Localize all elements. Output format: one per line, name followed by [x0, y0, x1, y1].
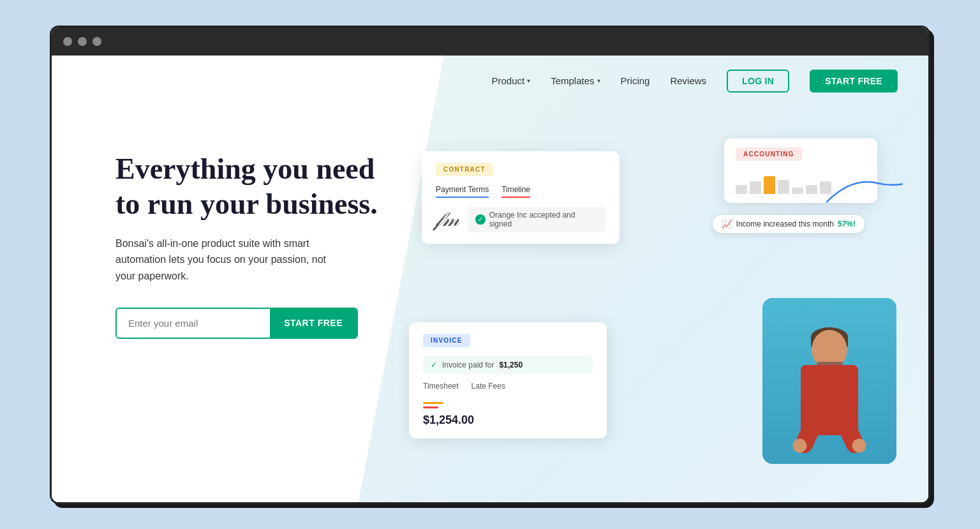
signature-area: 𝒻𝓂 ✓ Orange Inc accepted and signed [436, 207, 605, 232]
invoice-tag: INVOICE [423, 334, 470, 347]
bar-2 [750, 181, 761, 194]
fist-right-icon [850, 436, 868, 454]
accounting-tag: ACCOUNTING [736, 147, 802, 161]
late-fees-tab[interactable]: Late Fees [471, 382, 505, 394]
start-free-nav-button[interactable]: START FREE [810, 70, 898, 93]
contract-tabs: Payment Terms Timeline [436, 185, 605, 198]
invoice-line-red [423, 406, 438, 408]
hero-cta-form: START FREE [115, 308, 358, 339]
nav-item-templates[interactable]: Templates ▾ [551, 75, 600, 86]
hero-left: Everything you need to run your business… [115, 132, 383, 339]
contract-card: CONTRACT Payment Terms Timeline 𝒻𝓂 ✓ Ora… [422, 151, 620, 244]
income-badge: 📈 Income increased this month 57%! [713, 215, 865, 233]
bar-3 [764, 176, 775, 194]
hero-ui-mockup: CONTRACT Payment Terms Timeline 𝒻𝓂 ✓ Ora… [409, 132, 877, 464]
bar-4 [778, 180, 789, 194]
page-content: Product ▾ Templates ▾ Pricing Reviews LO… [52, 56, 928, 502]
person-body [791, 324, 868, 464]
paid-amount: $1,250 [499, 361, 523, 369]
bar-5 [792, 188, 803, 194]
signed-text: Orange Inc accepted and signed [489, 211, 598, 228]
signature-icon: 𝒻𝓂 [436, 207, 459, 231]
contract-tag: CONTRACT [436, 163, 493, 176]
browser-dot-green [93, 37, 101, 46]
hero-title: Everything you need to run your business… [115, 151, 383, 221]
main-nav: Product ▾ Templates ▾ Pricing Reviews LO… [52, 56, 928, 107]
nav-item-pricing[interactable]: Pricing [621, 75, 650, 86]
invoice-tabs: Timesheet Late Fees [423, 382, 593, 394]
chevron-down-icon: ▾ [527, 77, 530, 84]
timeline-tab[interactable]: Timeline [501, 185, 530, 198]
person-silhouette [762, 298, 896, 464]
income-percent: 57%! [838, 220, 856, 228]
accounting-card: ACCOUNTING [724, 138, 877, 203]
paid-text: Invoice paid for [442, 361, 494, 369]
browser-window: Product ▾ Templates ▾ Pricing Reviews LO… [50, 26, 930, 504]
email-input[interactable] [117, 309, 270, 338]
invoice-paid-badge: ✓ Invoice paid for $1,250 [423, 356, 593, 374]
invoice-line-yellow [423, 402, 443, 404]
invoice-card: INVOICE ✓ Invoice paid for $1,250 Timesh… [409, 322, 607, 438]
nav-item-product[interactable]: Product ▾ [491, 75, 530, 86]
income-text: Income increased this month [736, 220, 834, 228]
browser-titlebar [52, 27, 928, 56]
person-head [812, 330, 847, 368]
hero-subtitle: Bonsai's all-in-one product suite with s… [115, 235, 345, 285]
browser-dot-yellow [78, 37, 87, 46]
payment-terms-tab[interactable]: Payment Terms [436, 185, 489, 198]
hero-section: Everything you need to run your business… [52, 107, 928, 502]
invoice-amount: $1,254.00 [423, 414, 593, 427]
person-arm-right [832, 408, 867, 456]
chevron-down-icon: ▾ [597, 77, 600, 84]
person-photo [762, 298, 896, 464]
paid-check-icon: ✓ [431, 361, 437, 369]
bar-6 [806, 185, 817, 194]
browser-dot-red [63, 37, 72, 46]
start-free-button[interactable]: START FREE [270, 309, 357, 338]
login-button[interactable]: LOG IN [727, 70, 789, 93]
timesheet-tab[interactable]: Timesheet [423, 382, 459, 394]
person-arm-left [792, 408, 828, 456]
person-torso [801, 365, 858, 435]
nav-item-reviews[interactable]: Reviews [670, 75, 706, 86]
check-icon: ✓ [475, 214, 486, 225]
trend-curve [826, 170, 903, 209]
signed-badge: ✓ Orange Inc accepted and signed [468, 207, 605, 232]
fist-left-icon [791, 436, 809, 454]
bar-1 [736, 185, 747, 194]
trending-icon: 📈 [722, 219, 732, 229]
